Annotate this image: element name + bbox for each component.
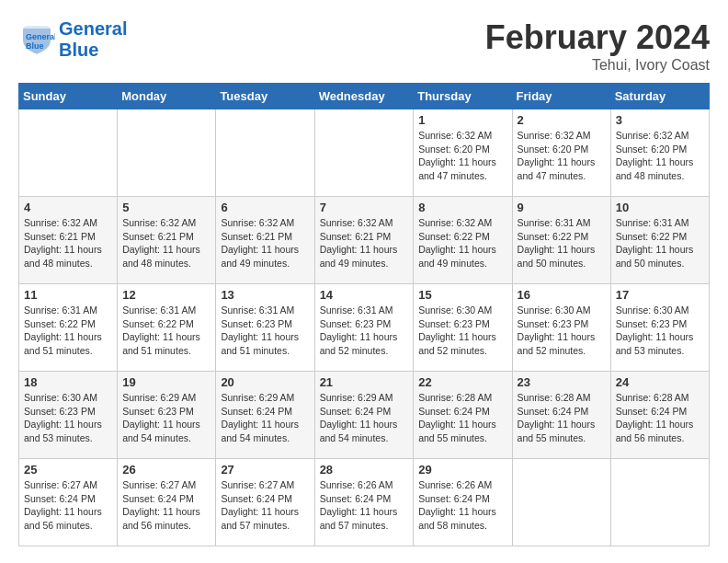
calendar-cell: 29Sunrise: 6:26 AM Sunset: 6:24 PM Dayli… [414, 459, 512, 546]
day-number: 29 [418, 463, 506, 477]
day-number: 9 [518, 201, 606, 214]
page-header: General Blue GeneralBlue February 2024 T… [18, 18, 710, 74]
day-info: Sunrise: 6:31 AM Sunset: 6:22 PM Dayligh… [24, 304, 112, 358]
calendar-cell [118, 109, 216, 197]
logo-text: GeneralBlue [59, 18, 127, 61]
calendar-cell: 9Sunrise: 6:31 AM Sunset: 6:22 PM Daylig… [512, 197, 610, 284]
day-info: Sunrise: 6:32 AM Sunset: 6:20 PM Dayligh… [518, 129, 606, 183]
day-info: Sunrise: 6:26 AM Sunset: 6:24 PM Dayligh… [320, 478, 409, 533]
calendar-cell: 3Sunrise: 6:32 AM Sunset: 6:20 PM Daylig… [610, 109, 709, 197]
day-number: 3 [616, 113, 704, 127]
day-info: Sunrise: 6:30 AM Sunset: 6:23 PM Dayligh… [418, 304, 506, 358]
day-number: 16 [518, 288, 606, 302]
day-info: Sunrise: 6:31 AM Sunset: 6:22 PM Dayligh… [518, 216, 606, 270]
day-number: 5 [122, 201, 210, 214]
header-monday: Monday [118, 84, 216, 109]
day-info: Sunrise: 6:31 AM Sunset: 6:22 PM Dayligh… [616, 216, 704, 270]
day-number: 17 [616, 288, 704, 302]
day-number: 12 [122, 288, 210, 302]
calendar-cell: 18Sunrise: 6:30 AM Sunset: 6:23 PM Dayli… [19, 372, 118, 459]
month-title: February 2024 [485, 18, 710, 57]
calendar-cell: 12Sunrise: 6:31 AM Sunset: 6:22 PM Dayli… [118, 284, 216, 372]
day-number: 1 [418, 113, 506, 127]
day-number: 18 [24, 375, 112, 389]
day-info: Sunrise: 6:31 AM Sunset: 6:23 PM Dayligh… [320, 304, 409, 358]
day-info: Sunrise: 6:30 AM Sunset: 6:23 PM Dayligh… [24, 391, 112, 445]
header-thursday: Thursday [414, 84, 512, 109]
svg-text:Blue: Blue [26, 41, 44, 51]
calendar-cell: 2Sunrise: 6:32 AM Sunset: 6:20 PM Daylig… [512, 109, 610, 197]
header-tuesday: Tuesday [216, 84, 314, 109]
day-number: 11 [24, 288, 112, 302]
calendar-cell: 23Sunrise: 6:28 AM Sunset: 6:24 PM Dayli… [512, 372, 610, 459]
day-number: 13 [221, 288, 309, 302]
calendar-cell: 8Sunrise: 6:32 AM Sunset: 6:22 PM Daylig… [414, 197, 512, 284]
day-info: Sunrise: 6:31 AM Sunset: 6:22 PM Dayligh… [122, 304, 210, 358]
week-row-1: 1Sunrise: 6:32 AM Sunset: 6:20 PM Daylig… [19, 109, 710, 197]
week-row-4: 18Sunrise: 6:30 AM Sunset: 6:23 PM Dayli… [19, 372, 710, 459]
day-number: 10 [616, 201, 704, 214]
calendar-cell [314, 109, 414, 197]
week-row-3: 11Sunrise: 6:31 AM Sunset: 6:22 PM Dayli… [19, 284, 710, 372]
day-info: Sunrise: 6:32 AM Sunset: 6:20 PM Dayligh… [418, 129, 506, 183]
day-info: Sunrise: 6:31 AM Sunset: 6:23 PM Dayligh… [221, 304, 309, 358]
svg-text:General: General [26, 32, 55, 41]
header-sunday: Sunday [19, 84, 118, 109]
calendar-cell [19, 109, 118, 197]
calendar-cell: 21Sunrise: 6:29 AM Sunset: 6:24 PM Dayli… [314, 372, 414, 459]
day-info: Sunrise: 6:32 AM Sunset: 6:21 PM Dayligh… [320, 216, 409, 270]
calendar-cell: 7Sunrise: 6:32 AM Sunset: 6:21 PM Daylig… [314, 197, 414, 284]
calendar-cell: 1Sunrise: 6:32 AM Sunset: 6:20 PM Daylig… [414, 109, 512, 197]
calendar-cell: 11Sunrise: 6:31 AM Sunset: 6:22 PM Dayli… [19, 284, 118, 372]
day-info: Sunrise: 6:29 AM Sunset: 6:24 PM Dayligh… [221, 391, 309, 445]
calendar-cell: 27Sunrise: 6:27 AM Sunset: 6:24 PM Dayli… [216, 459, 314, 546]
logo-icon: General Blue [18, 21, 55, 58]
day-info: Sunrise: 6:29 AM Sunset: 6:23 PM Dayligh… [122, 391, 210, 445]
calendar-cell: 6Sunrise: 6:32 AM Sunset: 6:21 PM Daylig… [216, 197, 314, 284]
calendar-cell: 5Sunrise: 6:32 AM Sunset: 6:21 PM Daylig… [118, 197, 216, 284]
calendar-cell: 19Sunrise: 6:29 AM Sunset: 6:23 PM Dayli… [118, 372, 216, 459]
calendar-cell: 15Sunrise: 6:30 AM Sunset: 6:23 PM Dayli… [414, 284, 512, 372]
day-info: Sunrise: 6:28 AM Sunset: 6:24 PM Dayligh… [518, 391, 606, 445]
calendar-cell: 13Sunrise: 6:31 AM Sunset: 6:23 PM Dayli… [216, 284, 314, 372]
calendar-cell: 24Sunrise: 6:28 AM Sunset: 6:24 PM Dayli… [610, 372, 709, 459]
day-number: 24 [616, 375, 704, 389]
day-info: Sunrise: 6:30 AM Sunset: 6:23 PM Dayligh… [616, 304, 704, 358]
day-number: 23 [518, 375, 606, 389]
header-wednesday: Wednesday [314, 84, 414, 109]
day-number: 20 [221, 375, 309, 389]
calendar-cell: 26Sunrise: 6:27 AM Sunset: 6:24 PM Dayli… [118, 459, 216, 546]
day-number: 26 [122, 463, 210, 477]
day-info: Sunrise: 6:28 AM Sunset: 6:24 PM Dayligh… [418, 391, 506, 445]
day-info: Sunrise: 6:26 AM Sunset: 6:24 PM Dayligh… [418, 478, 506, 533]
logo: General Blue GeneralBlue [18, 18, 127, 61]
day-number: 4 [24, 201, 112, 214]
day-number: 2 [518, 113, 606, 127]
calendar-table: SundayMondayTuesdayWednesdayThursdayFrid… [18, 83, 710, 546]
calendar-cell: 20Sunrise: 6:29 AM Sunset: 6:24 PM Dayli… [216, 372, 314, 459]
day-number: 28 [320, 463, 409, 477]
day-number: 21 [320, 375, 409, 389]
header-friday: Friday [512, 84, 610, 109]
calendar-cell: 10Sunrise: 6:31 AM Sunset: 6:22 PM Dayli… [610, 197, 709, 284]
header-saturday: Saturday [610, 84, 709, 109]
day-number: 15 [418, 288, 506, 302]
day-number: 8 [418, 201, 506, 214]
day-info: Sunrise: 6:32 AM Sunset: 6:22 PM Dayligh… [418, 216, 506, 270]
calendar-header-row: SundayMondayTuesdayWednesdayThursdayFrid… [19, 84, 710, 109]
calendar-cell: 22Sunrise: 6:28 AM Sunset: 6:24 PM Dayli… [414, 372, 512, 459]
day-info: Sunrise: 6:27 AM Sunset: 6:24 PM Dayligh… [221, 478, 309, 533]
week-row-5: 25Sunrise: 6:27 AM Sunset: 6:24 PM Dayli… [19, 459, 710, 546]
day-number: 6 [221, 201, 309, 214]
calendar-cell [512, 459, 610, 546]
calendar-cell [216, 109, 314, 197]
calendar-cell [610, 459, 709, 546]
day-info: Sunrise: 6:28 AM Sunset: 6:24 PM Dayligh… [616, 391, 704, 445]
day-info: Sunrise: 6:30 AM Sunset: 6:23 PM Dayligh… [518, 304, 606, 358]
title-block: February 2024 Tehui, Ivory Coast [485, 18, 710, 74]
day-info: Sunrise: 6:32 AM Sunset: 6:21 PM Dayligh… [24, 216, 112, 270]
calendar-cell: 28Sunrise: 6:26 AM Sunset: 6:24 PM Dayli… [314, 459, 414, 546]
day-number: 25 [24, 463, 112, 477]
day-info: Sunrise: 6:32 AM Sunset: 6:21 PM Dayligh… [122, 216, 210, 270]
day-number: 22 [418, 375, 506, 389]
